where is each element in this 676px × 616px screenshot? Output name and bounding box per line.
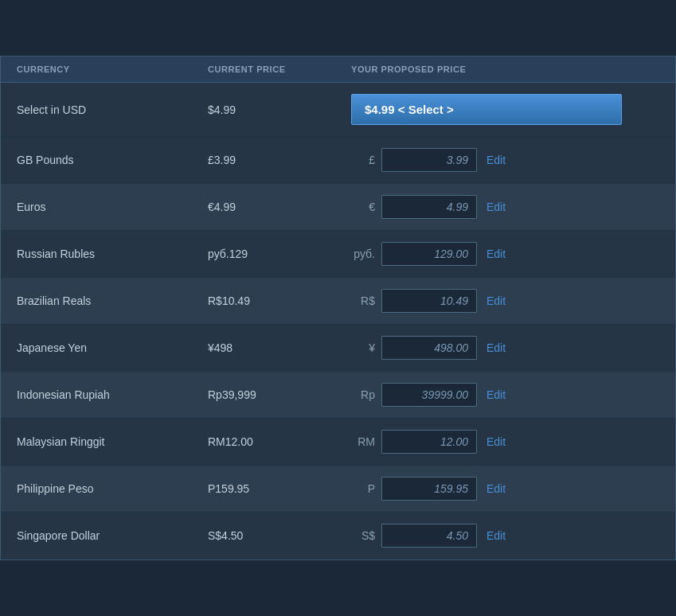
- edit-button-myr[interactable]: Edit: [483, 435, 509, 448]
- currency-symbol-rub: руб.: [351, 248, 375, 260]
- currency-table: CURRENCY CURRENT PRICE YOUR PROPOSED PRI…: [0, 56, 676, 560]
- proposed-area-brl: R$Edit: [351, 289, 659, 313]
- price-input-php[interactable]: [381, 477, 477, 501]
- currency-name-gbp: GB Pounds: [17, 154, 208, 166]
- currency-name-myr: Malaysian Ringgit: [17, 435, 208, 448]
- current-price-rub: руб.129: [208, 248, 351, 260]
- current-price-php: P159.95: [208, 482, 351, 495]
- table-header: CURRENCY CURRENT PRICE YOUR PROPOSED PRI…: [1, 57, 675, 83]
- current-price-sgd: S$4.50: [208, 529, 351, 542]
- currency-name-brl: Brazilian Reals: [17, 294, 208, 307]
- price-input-sgd[interactable]: [381, 524, 477, 548]
- edit-button-sgd[interactable]: Edit: [483, 529, 509, 542]
- current-price-jpy: ¥498: [208, 341, 351, 354]
- proposed-area-sgd: S$Edit: [351, 524, 659, 548]
- currency-symbol-jpy: ¥: [351, 341, 375, 354]
- edit-button-php[interactable]: Edit: [483, 482, 509, 495]
- table-row: GB Pounds£3.99£Edit: [1, 137, 675, 184]
- proposed-area-jpy: ¥Edit: [351, 336, 659, 360]
- current-price-eur: €4.99: [208, 201, 351, 213]
- price-input-myr[interactable]: [381, 430, 477, 454]
- currency-symbol-myr: RM: [351, 435, 375, 448]
- currency-symbol-sgd: S$: [351, 529, 375, 542]
- currency-symbol-eur: €: [351, 201, 375, 213]
- price-input-gbp[interactable]: [381, 148, 477, 172]
- currency-symbol-php: P: [351, 482, 375, 495]
- edit-button-idr[interactable]: Edit: [483, 388, 509, 401]
- edit-button-gbp[interactable]: Edit: [483, 154, 509, 166]
- proposed-area-usd: $4.99 < Select >: [351, 94, 659, 125]
- currency-name-rub: Russian Rubles: [17, 248, 208, 260]
- proposed-area-gbp: £Edit: [351, 148, 659, 172]
- edit-button-jpy[interactable]: Edit: [483, 341, 509, 354]
- currency-name-eur: Euros: [17, 201, 208, 213]
- price-input-rub[interactable]: [381, 242, 477, 266]
- currency-name-usd: Select in USD: [17, 103, 208, 116]
- current-price-gbp: £3.99: [208, 154, 351, 166]
- table-row: Indonesian RupiahRp39,999RpEdit: [1, 372, 675, 419]
- table-row: Brazilian RealsR$10.49R$Edit: [1, 278, 675, 325]
- table-row: Russian Rublesруб.129руб.Edit: [1, 231, 675, 278]
- currency-name-php: Philippine Peso: [17, 482, 208, 495]
- price-input-idr[interactable]: [381, 383, 477, 407]
- proposed-area-idr: RpEdit: [351, 383, 659, 407]
- price-input-brl[interactable]: [381, 289, 477, 313]
- table-row: Philippine PesoP159.95PEdit: [1, 466, 675, 513]
- current-price-usd: $4.99: [208, 103, 351, 116]
- table-row: Euros€4.99€Edit: [1, 184, 675, 231]
- header-current-price: CURRENT PRICE: [208, 64, 351, 74]
- header-proposed-price: YOUR PROPOSED PRICE: [351, 64, 659, 74]
- proposed-area-myr: RMEdit: [351, 430, 659, 454]
- price-input-jpy[interactable]: [381, 336, 477, 360]
- currency-name-jpy: Japanese Yen: [17, 341, 208, 354]
- edit-button-brl[interactable]: Edit: [483, 294, 509, 307]
- edit-button-rub[interactable]: Edit: [483, 248, 509, 260]
- current-price-idr: Rp39,999: [208, 388, 351, 401]
- currency-symbol-gbp: £: [351, 154, 375, 166]
- current-price-myr: RM12.00: [208, 435, 351, 448]
- proposed-area-eur: €Edit: [351, 195, 659, 219]
- current-price-brl: R$10.49: [208, 294, 351, 307]
- edit-button-eur[interactable]: Edit: [483, 201, 509, 213]
- table-row: Select in USD$4.99$4.99 < Select >: [1, 83, 675, 137]
- table-row: Malaysian RinggitRM12.00RMEdit: [1, 419, 675, 466]
- table-body: Select in USD$4.99$4.99 < Select >GB Pou…: [1, 83, 675, 559]
- currency-symbol-brl: R$: [351, 294, 375, 307]
- table-row: Singapore DollarS$4.50S$Edit: [1, 513, 675, 559]
- header-currency: CURRENCY: [17, 64, 208, 74]
- table-row: Japanese Yen¥498¥Edit: [1, 325, 675, 372]
- price-input-eur[interactable]: [381, 195, 477, 219]
- usd-select-button[interactable]: $4.99 < Select >: [351, 94, 622, 125]
- currency-name-sgd: Singapore Dollar: [17, 529, 208, 542]
- currency-symbol-idr: Rp: [351, 388, 375, 401]
- currency-name-idr: Indonesian Rupiah: [17, 388, 208, 401]
- proposed-area-rub: руб.Edit: [351, 242, 659, 266]
- proposed-area-php: PEdit: [351, 477, 659, 501]
